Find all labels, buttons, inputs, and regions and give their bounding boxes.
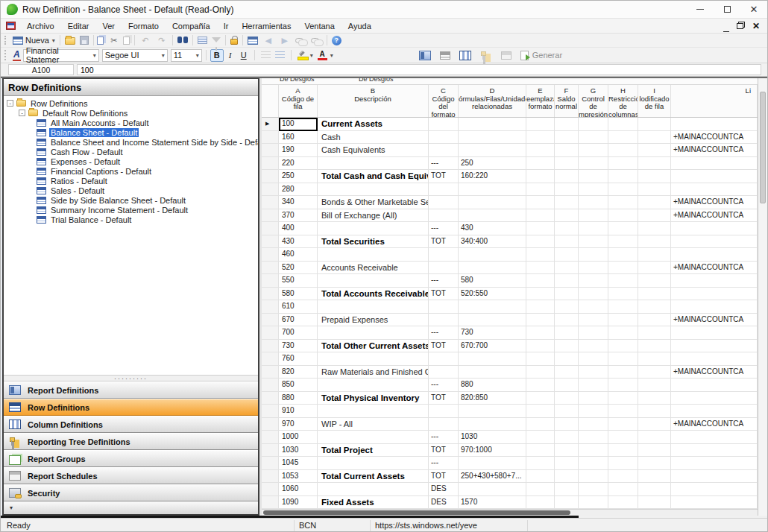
link-cell[interactable]	[671, 274, 758, 288]
related-rows-cell[interactable]	[459, 183, 526, 197]
unlink-button[interactable]	[309, 37, 321, 44]
empty-cell[interactable]	[555, 366, 579, 379]
italic-button[interactable]: I	[224, 49, 237, 62]
link-cell[interactable]	[671, 457, 758, 470]
empty-cell[interactable]	[638, 288, 671, 301]
menu-item-ir[interactable]: Ir	[217, 20, 236, 33]
empty-cell[interactable]	[555, 457, 579, 470]
link-cell[interactable]: +MAINACCOUNTCA	[671, 196, 758, 209]
empty-cell[interactable]	[608, 326, 638, 340]
tree-expander-icon[interactable]: -	[7, 100, 13, 107]
empty-cell[interactable]	[526, 483, 555, 496]
link-cell[interactable]	[671, 183, 758, 197]
link-cell[interactable]	[671, 496, 758, 510]
related-rows-cell[interactable]: 820:850	[459, 392, 526, 405]
description-cell[interactable]	[318, 405, 429, 418]
description-cell[interactable]: Accounts Receivable	[318, 262, 429, 275]
row-code-cell[interactable]: 190	[279, 144, 318, 157]
empty-cell[interactable]	[526, 209, 555, 223]
toolbar-grip[interactable]	[4, 50, 8, 60]
empty-cell[interactable]	[638, 352, 671, 366]
format-code-cell[interactable]	[429, 131, 459, 145]
related-rows-cell[interactable]	[459, 196, 526, 209]
empty-cell[interactable]	[555, 170, 579, 183]
empty-cell[interactable]	[608, 314, 638, 327]
empty-cell[interactable]	[608, 118, 638, 131]
highlight-color-button[interactable]: ▾	[295, 50, 315, 61]
empty-cell[interactable]	[579, 170, 608, 183]
row-code-cell[interactable]: 670	[279, 314, 318, 327]
description-cell[interactable]: Prepaid Expenses	[318, 314, 429, 327]
related-rows-cell[interactable]	[459, 314, 526, 327]
vertical-scrollbar[interactable]	[758, 78, 767, 516]
link-cell[interactable]	[671, 470, 758, 484]
link-cell[interactable]: +MAINACCOUNTCA	[671, 418, 758, 431]
empty-cell[interactable]	[608, 431, 638, 444]
empty-cell[interactable]	[555, 131, 579, 145]
link-cell[interactable]	[671, 170, 758, 183]
empty-cell[interactable]	[638, 496, 671, 510]
empty-cell[interactable]	[555, 470, 579, 484]
format-code-cell[interactable]: TOT	[429, 470, 459, 484]
format-code-cell[interactable]	[429, 352, 459, 366]
description-cell[interactable]	[318, 457, 429, 470]
column-header-F[interactable]: FSaldo normal	[555, 85, 579, 117]
related-rows-cell[interactable]	[459, 405, 526, 418]
previous-button[interactable]: ◀	[260, 34, 277, 46]
empty-cell[interactable]	[526, 379, 555, 392]
empty-cell[interactable]	[608, 144, 638, 157]
empty-cell[interactable]	[638, 340, 671, 353]
description-cell[interactable]	[318, 352, 429, 366]
row-selector[interactable]	[262, 444, 279, 457]
link-cell[interactable]: +MAINACCOUNTCA	[671, 366, 758, 379]
vertical-scrollbar-thumb[interactable]	[760, 92, 766, 203]
row-selector[interactable]	[262, 248, 279, 262]
empty-cell[interactable]	[555, 496, 579, 510]
row-code-cell[interactable]: 1030	[279, 444, 318, 457]
row-code-cell[interactable]: 1000	[279, 431, 318, 444]
link-cell[interactable]	[671, 235, 758, 249]
empty-cell[interactable]	[608, 418, 638, 431]
empty-cell[interactable]	[608, 496, 638, 510]
empty-cell[interactable]	[579, 418, 608, 431]
empty-cell[interactable]	[608, 340, 638, 353]
link-cell[interactable]	[671, 248, 758, 262]
empty-cell[interactable]	[638, 170, 671, 183]
related-rows-cell[interactable]: 430	[459, 222, 526, 235]
column-header-x0[interactable]	[262, 85, 279, 117]
row-code-cell[interactable]: 550	[279, 274, 318, 288]
description-cell[interactable]	[318, 157, 429, 171]
empty-cell[interactable]	[608, 209, 638, 223]
format-code-cell[interactable]	[429, 300, 459, 314]
description-cell[interactable]	[318, 183, 429, 197]
increase-indent-button[interactable]	[273, 51, 287, 60]
empty-cell[interactable]	[638, 457, 671, 470]
empty-cell[interactable]	[526, 262, 555, 275]
empty-cell[interactable]	[579, 118, 608, 131]
column-header-E[interactable]: Eeemplaza formato	[526, 85, 555, 117]
empty-cell[interactable]	[555, 222, 579, 235]
new-button[interactable]: Nueva ▾	[10, 35, 57, 45]
pane-splitter-handle[interactable]: ·········	[4, 375, 258, 381]
description-cell[interactable]: Raw Materials and Finished Goo...	[318, 366, 429, 379]
empty-cell[interactable]	[526, 392, 555, 405]
empty-cell[interactable]	[608, 288, 638, 301]
empty-cell[interactable]	[638, 431, 671, 444]
empty-cell[interactable]	[579, 144, 608, 157]
empty-cell[interactable]	[608, 222, 638, 235]
empty-cell[interactable]	[608, 183, 638, 197]
link-cell[interactable]: +MAINACCOUNTCA	[671, 144, 758, 157]
related-rows-cell[interactable]: 160:220	[459, 170, 526, 183]
row-selector[interactable]	[262, 235, 279, 249]
empty-cell[interactable]	[638, 326, 671, 340]
description-cell[interactable]	[318, 222, 429, 235]
row-links-button[interactable]	[245, 36, 260, 45]
related-rows-cell[interactable]: 1570	[459, 496, 526, 510]
empty-cell[interactable]	[638, 274, 671, 288]
tree-item-trial-balance-default[interactable]: Trial Balance - Default	[4, 215, 258, 224]
format-code-cell[interactable]: ---	[429, 222, 459, 235]
empty-cell[interactable]	[638, 300, 671, 314]
row-selector[interactable]	[262, 470, 279, 484]
tree-item-expenses-default[interactable]: Expenses - Default	[4, 156, 258, 166]
description-cell[interactable]: Bonds & Other Marketable Secur...	[318, 196, 429, 209]
